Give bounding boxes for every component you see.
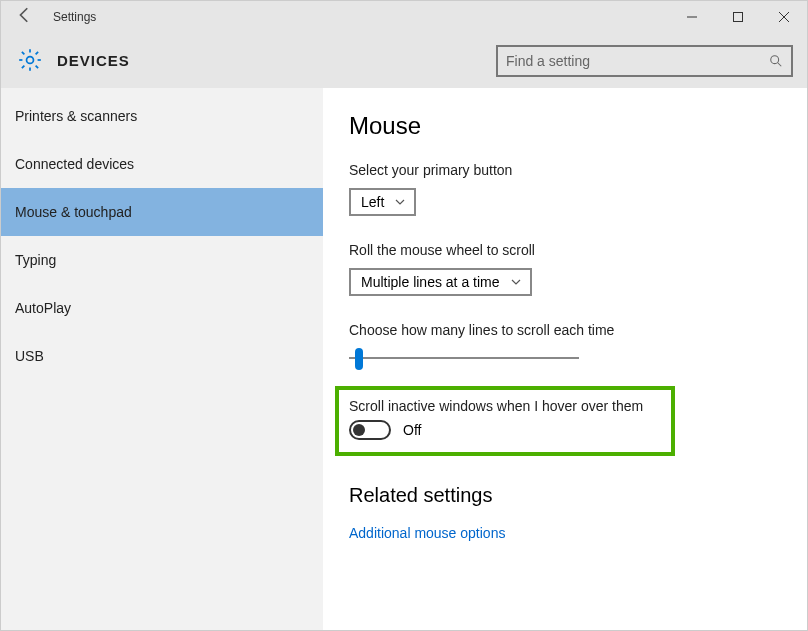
additional-mouse-options-link[interactable]: Additional mouse options: [349, 525, 781, 541]
svg-point-4: [27, 56, 34, 63]
chevron-down-icon: [394, 196, 406, 208]
sidebar-item-autoplay[interactable]: AutoPlay: [1, 284, 323, 332]
sidebar-item-label: Printers & scanners: [15, 108, 137, 124]
toggle-knob: [353, 424, 365, 436]
page-heading: Mouse: [349, 112, 781, 140]
sidebar: Printers & scanners Connected devices Mo…: [1, 88, 323, 630]
slider-thumb[interactable]: [355, 348, 363, 370]
inactive-scroll-toggle[interactable]: [349, 420, 391, 440]
sidebar-item-label: Connected devices: [15, 156, 134, 172]
inactive-scroll-state: Off: [403, 422, 421, 438]
sidebar-item-label: Typing: [15, 252, 56, 268]
close-button[interactable]: [761, 1, 807, 33]
sidebar-item-typing[interactable]: Typing: [1, 236, 323, 284]
highlighted-setting: Scroll inactive windows when I hover ove…: [335, 386, 675, 456]
lines-slider-label: Choose how many lines to scroll each tim…: [349, 322, 781, 338]
scroll-wheel-label: Roll the mouse wheel to scroll: [349, 242, 781, 258]
primary-button-value: Left: [361, 194, 384, 210]
sidebar-item-usb[interactable]: USB: [1, 332, 323, 380]
header: DEVICES: [1, 33, 807, 88]
sidebar-item-label: USB: [15, 348, 44, 364]
svg-line-14: [778, 62, 782, 66]
svg-line-9: [22, 51, 24, 53]
lines-slider[interactable]: [349, 348, 579, 368]
minimize-button[interactable]: [669, 1, 715, 33]
inactive-scroll-label: Scroll inactive windows when I hover ove…: [349, 398, 661, 414]
svg-rect-1: [734, 13, 743, 22]
chevron-down-icon: [510, 276, 522, 288]
titlebar: Settings: [1, 1, 807, 33]
sidebar-item-label: Mouse & touchpad: [15, 204, 132, 220]
search-icon: [769, 54, 783, 68]
back-button[interactable]: [1, 6, 49, 29]
content: Mouse Select your primary button Left Ro…: [323, 88, 807, 630]
sidebar-item-label: AutoPlay: [15, 300, 71, 316]
search-box[interactable]: [496, 45, 793, 77]
svg-line-11: [36, 51, 38, 53]
window-title: Settings: [49, 10, 96, 24]
maximize-button[interactable]: [715, 1, 761, 33]
primary-button-label: Select your primary button: [349, 162, 781, 178]
sidebar-item-mouse-touchpad[interactable]: Mouse & touchpad: [1, 188, 323, 236]
svg-line-10: [36, 65, 38, 67]
sidebar-item-connected-devices[interactable]: Connected devices: [1, 140, 323, 188]
sidebar-item-printers[interactable]: Printers & scanners: [1, 92, 323, 140]
related-heading: Related settings: [349, 484, 781, 507]
svg-line-12: [22, 65, 24, 67]
primary-button-select[interactable]: Left: [349, 188, 416, 216]
scroll-wheel-value: Multiple lines at a time: [361, 274, 500, 290]
gear-icon: [17, 47, 45, 75]
svg-point-13: [771, 55, 779, 63]
category-title: DEVICES: [57, 52, 130, 69]
search-input[interactable]: [506, 53, 769, 69]
scroll-wheel-select[interactable]: Multiple lines at a time: [349, 268, 532, 296]
